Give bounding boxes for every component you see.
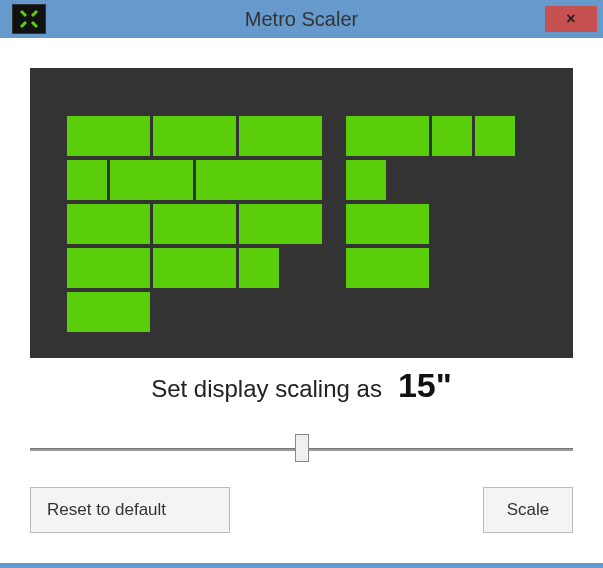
scaling-value: 15" — [398, 366, 452, 405]
preview-tile — [346, 160, 386, 200]
preview-tile — [153, 204, 236, 244]
scaling-caption: Set display scaling as 15" — [30, 366, 573, 405]
preview-tile — [346, 248, 429, 288]
scaling-label: Set display scaling as — [151, 375, 382, 403]
close-button[interactable]: × — [545, 6, 597, 32]
preview-tile — [475, 116, 515, 156]
preview-tile — [196, 160, 322, 200]
button-row: Reset to default Scale — [30, 487, 573, 533]
slider-thumb[interactable] — [295, 434, 309, 462]
preview-tile — [153, 248, 236, 288]
tile-preview — [30, 68, 573, 358]
preview-tile — [346, 116, 429, 156]
titlebar[interactable]: Metro Scaler × — [0, 0, 603, 38]
preview-tile — [67, 204, 150, 244]
preview-tile — [67, 248, 150, 288]
close-icon: × — [566, 10, 575, 28]
preview-tile — [67, 292, 150, 332]
app-icon — [12, 4, 46, 34]
preview-tile — [153, 116, 236, 156]
preview-tile — [67, 160, 107, 200]
client-area: Set display scaling as 15" Reset to defa… — [0, 38, 603, 563]
preview-tile — [346, 204, 429, 244]
preview-tile — [110, 160, 193, 200]
reset-button[interactable]: Reset to default — [30, 487, 230, 533]
preview-tile — [239, 248, 279, 288]
scaling-slider[interactable] — [30, 433, 573, 463]
preview-tile — [432, 116, 472, 156]
preview-tile — [67, 116, 150, 156]
scale-button[interactable]: Scale — [483, 487, 573, 533]
preview-tile — [239, 116, 322, 156]
app-window: Metro Scaler × Set display scaling as 15… — [0, 0, 603, 568]
preview-tile — [239, 204, 322, 244]
window-title: Metro Scaler — [0, 8, 603, 31]
